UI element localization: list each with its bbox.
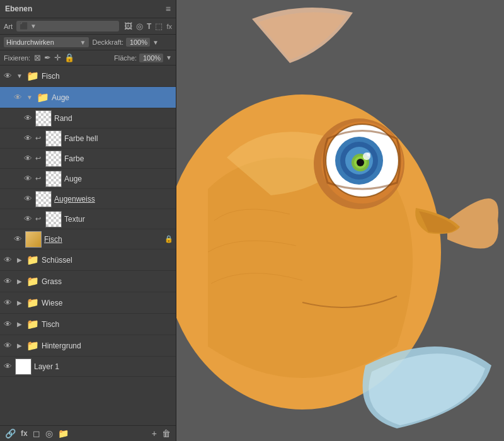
folder-icon: 📁 [26, 275, 39, 287]
visibility-icon[interactable]: 👁 [3, 255, 13, 265]
fix-icons: ⊠ ✒ ✛ 🔒 [34, 53, 74, 62]
layer-thumbnail [25, 231, 42, 248]
visibility-icon[interactable]: 👁 [3, 319, 13, 329]
opacity-row: Deckkraft: 100% ▼ [93, 38, 173, 47]
kind-selector[interactable]: ⬛ ▼ [16, 21, 119, 32]
expand-arrow[interactable]: ▶ [15, 321, 24, 328]
svg-point-11 [357, 159, 364, 166]
delete-layer-icon[interactable]: 🗑 [162, 428, 171, 438]
link-layers-icon[interactable]: 🔗 [5, 428, 16, 438]
link-indicator-icon: ↩ [35, 215, 43, 223]
layer-name: Auge [52, 93, 173, 102]
visibility-icon[interactable]: 👁 [23, 134, 33, 143]
layer-item[interactable]: 👁 ↩ Textur [0, 209, 176, 229]
folder-icon: 📁 [26, 297, 39, 309]
layer-name: Farbe hell [64, 134, 173, 143]
visibility-icon[interactable]: 👁 [13, 93, 23, 102]
layer-name: Wiese [42, 299, 173, 307]
layer-name: Auge [64, 175, 173, 183]
layer-thumbnail [45, 151, 62, 167]
layer-item[interactable]: 👁 Layer 1 [0, 357, 176, 377]
layer-item[interactable]: 👁 ▶ 📁 Grass [0, 271, 176, 292]
layer-item[interactable]: 👁 ▼ 📁 Auge [0, 87, 176, 108]
layer-item[interactable]: 👁 ▶ 📁 Hintergrund [0, 335, 176, 357]
expand-arrow[interactable]: ▶ [15, 299, 24, 306]
panel-menu-icon[interactable]: ≡ [166, 4, 171, 14]
add-fx-icon[interactable]: fx [21, 429, 28, 438]
visibility-icon[interactable]: 👁 [3, 341, 13, 350]
layer-name: Layer 1 [34, 362, 173, 371]
bottom-toolbar: 🔗 fx ◻ ◎ 📁 + 🗑 [0, 425, 176, 441]
fill-section: Fläche: 100% ▼ [114, 54, 172, 62]
layer-item[interactable]: 👁 ▶ 📁 Schüssel [0, 249, 176, 271]
visibility-icon[interactable]: 👁 [13, 234, 23, 244]
blend-opacity-row: Hindurchwirken ▼ Deckkraft: 100% ▼ [0, 35, 176, 50]
fill-value[interactable]: 100% [139, 54, 163, 62]
smartobj-filter-icon[interactable]: fx [166, 23, 172, 30]
layer-item[interactable]: 👁 ▼ 📁 Fisch [0, 66, 176, 87]
lock-icon: 🔒 [164, 235, 173, 243]
visibility-icon[interactable]: 👁 [23, 113, 33, 123]
folder-icon: 📁 [26, 318, 39, 330]
layer-thumbnail [35, 191, 52, 207]
opacity-value[interactable]: 100% [126, 38, 150, 47]
adjustment-filter-icon[interactable]: ◎ [136, 21, 143, 31]
shape-filter-icon[interactable]: ⬚ [155, 21, 163, 31]
add-adjustment-icon[interactable]: ◎ [45, 428, 53, 438]
visibility-icon[interactable]: 👁 [23, 154, 33, 163]
blend-mode-select[interactable]: Hindurchwirken ▼ [4, 37, 89, 47]
kind-icons: 🖼 ◎ T ⬚ fx [124, 21, 172, 31]
panel-header: Ebenen ≡ [0, 0, 176, 18]
layer-item[interactable]: 👁 ↩ Auge [0, 169, 176, 189]
expand-arrow[interactable]: ▼ [25, 94, 34, 101]
layer-name: Augenweiss [54, 195, 173, 203]
layer-name: Tisch [42, 320, 173, 329]
link-indicator-icon: ↩ [35, 175, 43, 183]
layer-name: Fisch [44, 235, 162, 244]
expand-arrow[interactable]: ▶ [15, 278, 24, 285]
canvas-area [176, 0, 504, 441]
add-mask-icon[interactable]: ◻ [33, 428, 40, 438]
layer-name: Rand [54, 114, 173, 123]
expand-arrow[interactable]: ▶ [15, 256, 24, 263]
opacity-label: Deckkraft: [93, 38, 124, 46]
layer-item[interactable]: 👁 Augenweiss [0, 189, 176, 209]
layer-item[interactable]: 👁 ↩ Farbe hell [0, 129, 176, 149]
layer-item[interactable]: 👁 ▶ 📁 Tisch [0, 314, 176, 335]
layer-item[interactable]: 👁 Rand [0, 108, 176, 129]
expand-arrow[interactable]: ▼ [15, 72, 24, 79]
layer-thumbnail [35, 110, 52, 127]
link-indicator-icon: ↩ [35, 134, 43, 142]
layers-list: 👁 ▼ 📁 Fisch 👁 ▼ 📁 Auge 👁 Rand 👁 ↩ [0, 66, 176, 425]
fix-pixel-icon[interactable]: ⊠ [34, 53, 41, 62]
text-filter-icon[interactable]: T [147, 22, 151, 31]
fix-move-icon[interactable]: ✛ [54, 53, 61, 62]
kind-label: Art [4, 23, 13, 30]
pixel-filter-icon[interactable]: 🖼 [124, 21, 132, 31]
layer-name: Fisch [42, 72, 173, 81]
fix-draw-icon[interactable]: ✒ [44, 53, 51, 62]
kind-toolbar-row: Art ⬛ ▼ 🖼 ◎ T ⬚ fx [0, 18, 176, 35]
new-group-icon[interactable]: 📁 [58, 428, 69, 438]
expand-arrow[interactable]: ▶ [15, 342, 24, 349]
visibility-icon[interactable]: 👁 [3, 71, 13, 81]
svg-point-13 [367, 152, 370, 156]
layer-thumbnail [45, 171, 62, 187]
layer-item[interactable]: 👁 ▶ 📁 Wiese [0, 292, 176, 314]
layer-item[interactable]: 👁 Fisch 🔒 [0, 229, 176, 249]
layer-item[interactable]: 👁 ↩ Farbe [0, 149, 176, 169]
layer-thumbnail [45, 130, 62, 147]
fix-lock-icon[interactable]: 🔒 [64, 53, 74, 62]
visibility-icon[interactable]: 👁 [3, 277, 13, 286]
visibility-icon[interactable]: 👁 [23, 174, 33, 183]
link-indicator-icon: ↩ [35, 154, 43, 163]
new-layer-icon[interactable]: + [152, 428, 157, 438]
visibility-icon[interactable]: 👁 [23, 194, 33, 203]
visibility-icon[interactable]: 👁 [3, 362, 13, 371]
layer-thumbnail [15, 358, 32, 375]
folder-icon: 📁 [26, 254, 39, 266]
visibility-icon[interactable]: 👁 [3, 298, 13, 307]
visibility-icon[interactable]: 👁 [23, 214, 33, 224]
layer-thumbnail [45, 211, 62, 227]
layer-name: Hintergrund [42, 341, 173, 350]
